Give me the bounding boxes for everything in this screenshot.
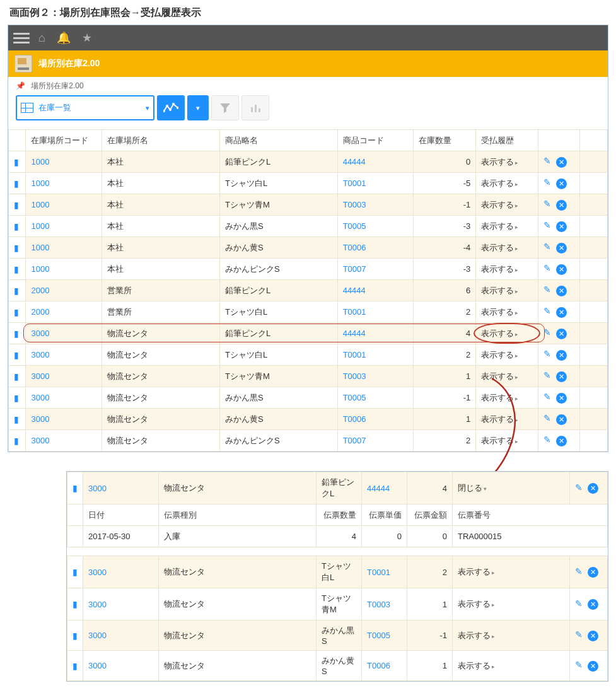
loc-code-cell[interactable]: 1000	[26, 151, 102, 173]
document-icon[interactable]: ▮	[14, 221, 19, 231]
detail-prod-code[interactable]: 44444	[362, 472, 407, 505]
bar-chart-button[interactable]	[241, 95, 269, 120]
show-history-link[interactable]: 表示する▸	[453, 556, 570, 588]
prod-code-cell[interactable]: T0001	[337, 301, 414, 323]
show-history-link[interactable]: 表示する▸	[476, 194, 538, 216]
th-loc-name[interactable]: 在庫場所名	[102, 130, 220, 151]
delete-icon[interactable]: ✕	[556, 157, 567, 168]
th-prod-code[interactable]: 商品コード	[337, 130, 414, 151]
show-history-link[interactable]: 表示する▸	[476, 301, 538, 323]
show-history-link[interactable]: 表示する▸	[476, 173, 538, 194]
document-icon[interactable]: ▮	[73, 567, 78, 577]
edit-icon[interactable]: ✎	[575, 598, 583, 609]
home-icon[interactable]: ⌂	[38, 32, 45, 45]
edit-icon[interactable]: ✎	[543, 370, 551, 380]
prod-code-cell[interactable]: T0007	[337, 430, 414, 452]
edit-icon[interactable]: ✎	[543, 242, 551, 252]
prod-code-cell[interactable]: T0001	[362, 556, 407, 588]
prod-code-cell[interactable]: T0001	[337, 173, 414, 194]
edit-icon[interactable]: ✎	[543, 349, 551, 359]
edit-icon[interactable]: ✎	[575, 566, 583, 576]
document-icon[interactable]: ▮	[73, 631, 78, 641]
show-history-link[interactable]: 表示する▸	[476, 280, 538, 301]
document-icon[interactable]: ▮	[14, 307, 19, 317]
loc-code-cell[interactable]: 2000	[26, 301, 102, 323]
th-qty[interactable]: 在庫数量	[414, 130, 476, 151]
prod-code-cell[interactable]: T0003	[337, 194, 414, 216]
delete-icon[interactable]: ✕	[556, 436, 567, 446]
view-selector[interactable]: 在庫一覧 ▾	[16, 95, 154, 120]
loc-code-cell[interactable]: 1000	[26, 237, 102, 259]
loc-code-cell[interactable]: 2000	[26, 280, 102, 301]
delete-icon[interactable]: ✕	[556, 307, 567, 318]
show-history-link[interactable]: 表示する▸	[476, 366, 538, 387]
document-icon[interactable]: ▮	[73, 483, 78, 493]
delete-icon[interactable]: ✕	[588, 483, 598, 494]
loc-code-cell[interactable]: 1000	[26, 173, 102, 194]
document-icon[interactable]: ▮	[14, 329, 19, 339]
prod-code-cell[interactable]: T0006	[337, 237, 414, 259]
edit-icon[interactable]: ✎	[543, 220, 551, 230]
loc-code-cell[interactable]: 3000	[83, 588, 159, 621]
show-history-link[interactable]: 表示する▸	[476, 430, 538, 452]
delete-icon[interactable]: ✕	[556, 200, 567, 211]
delete-icon[interactable]: ✕	[556, 414, 567, 425]
prod-code-cell[interactable]: T0006	[362, 651, 407, 681]
loc-code-cell[interactable]: 3000	[83, 621, 159, 651]
delete-icon[interactable]: ✕	[556, 286, 567, 296]
delete-icon[interactable]: ✕	[588, 661, 598, 672]
loc-code-cell[interactable]: 1000	[26, 259, 102, 280]
show-history-link[interactable]: 表示する▸	[476, 237, 538, 259]
chart-dropdown[interactable]: ▾	[187, 95, 209, 120]
document-icon[interactable]: ▮	[14, 243, 19, 253]
loc-code-cell[interactable]: 1000	[26, 216, 102, 237]
prod-code-cell[interactable]: T0003	[337, 366, 414, 387]
loc-code-cell[interactable]: 3000	[26, 409, 102, 430]
delete-icon[interactable]: ✕	[556, 264, 567, 275]
edit-icon[interactable]: ✎	[543, 177, 551, 187]
show-history-link[interactable]: 表示する▸	[476, 323, 538, 344]
prod-code-cell[interactable]: 44444	[337, 323, 414, 344]
delete-icon[interactable]: ✕	[588, 631, 598, 641]
show-history-link[interactable]: 表示する▸	[453, 621, 570, 651]
edit-icon[interactable]: ✎	[575, 660, 583, 670]
star-icon[interactable]: ★	[82, 31, 92, 45]
document-icon[interactable]: ▮	[73, 661, 78, 671]
document-icon[interactable]: ▮	[14, 414, 19, 424]
document-icon[interactable]: ▮	[14, 371, 19, 382]
edit-icon[interactable]: ✎	[575, 482, 583, 493]
edit-icon[interactable]: ✎	[543, 199, 551, 209]
show-history-link[interactable]: 表示する▸	[476, 259, 538, 280]
prod-code-cell[interactable]: T0005	[337, 387, 414, 409]
delete-icon[interactable]: ✕	[556, 178, 567, 189]
show-history-link[interactable]: 表示する▸	[476, 151, 538, 173]
delete-icon[interactable]: ✕	[556, 350, 567, 361]
loc-code-cell[interactable]: 3000	[26, 387, 102, 409]
edit-icon[interactable]: ✎	[543, 156, 551, 166]
close-history-link[interactable]: 閉じる▾	[453, 472, 570, 505]
th-prod-name[interactable]: 商品略名	[219, 130, 337, 151]
prod-code-cell[interactable]: T0006	[337, 409, 414, 430]
prod-code-cell[interactable]: 44444	[337, 280, 414, 301]
th-loc-code[interactable]: 在庫場所コード	[26, 130, 102, 151]
edit-icon[interactable]: ✎	[543, 306, 551, 316]
prod-code-cell[interactable]: T0007	[337, 259, 414, 280]
edit-icon[interactable]: ✎	[543, 263, 551, 273]
show-history-link[interactable]: 表示する▸	[476, 216, 538, 237]
show-history-link[interactable]: 表示する▸	[476, 409, 538, 430]
show-history-link[interactable]: 表示する▸	[453, 651, 570, 681]
document-icon[interactable]: ▮	[14, 350, 19, 360]
show-history-link[interactable]: 表示する▸	[476, 387, 538, 409]
prod-code-cell[interactable]: T0003	[362, 588, 407, 621]
edit-icon[interactable]: ✎	[543, 327, 551, 337]
document-icon[interactable]: ▮	[14, 178, 19, 189]
document-icon[interactable]: ▮	[73, 599, 78, 609]
filter-button[interactable]	[211, 95, 239, 120]
edit-icon[interactable]: ✎	[543, 284, 551, 295]
document-icon[interactable]: ▮	[14, 436, 19, 446]
delete-icon[interactable]: ✕	[556, 221, 567, 232]
show-history-link[interactable]: 表示する▸	[453, 588, 570, 621]
loc-code-cell[interactable]: 3000	[83, 651, 159, 681]
bell-icon[interactable]: 🔔	[57, 31, 71, 45]
delete-icon[interactable]: ✕	[556, 393, 567, 404]
